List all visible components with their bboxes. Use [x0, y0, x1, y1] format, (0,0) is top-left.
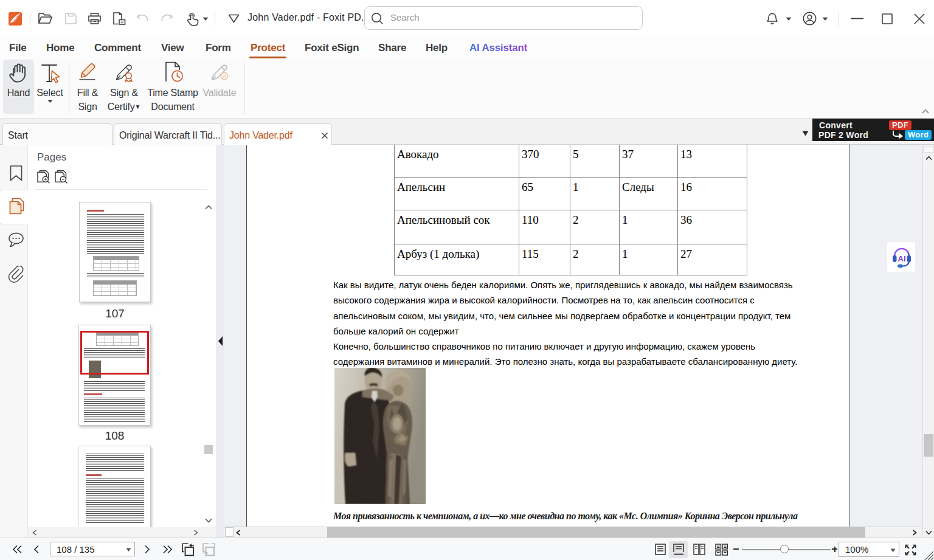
svg-text:AI: AI — [898, 254, 906, 263]
